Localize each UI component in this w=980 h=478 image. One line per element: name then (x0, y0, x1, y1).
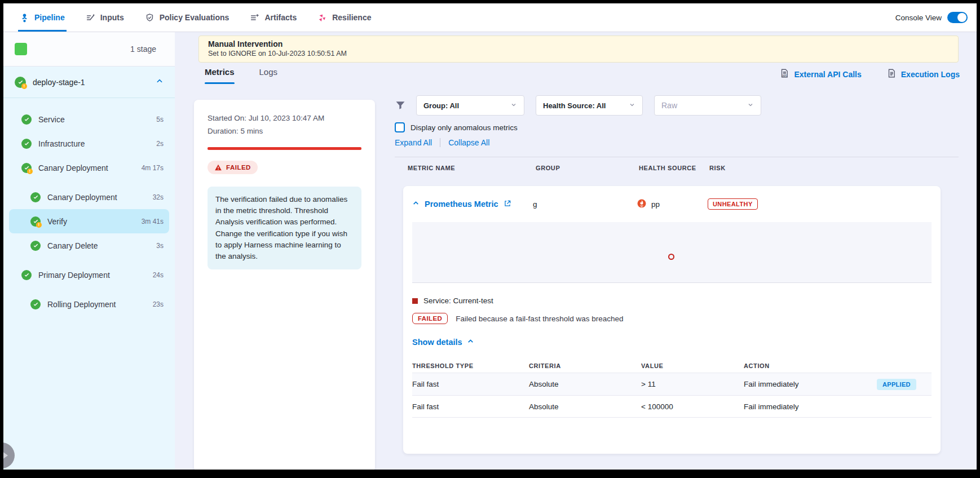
metric-name-cell[interactable]: Prometheus Metric (412, 200, 533, 209)
header-criteria: CRITERIA (529, 362, 641, 369)
tab-logs[interactable]: Logs (259, 67, 278, 84)
tab-policy-evaluations[interactable]: Policy Evaluations (143, 3, 231, 32)
step-label: Canary Deployment (47, 193, 117, 202)
step-service[interactable]: Service 5s (9, 107, 169, 131)
chart-legend: Service: Current-test (412, 296, 932, 305)
artifacts-icon (250, 13, 259, 23)
document-icon (886, 68, 897, 80)
threshold-action: Fail immediately (744, 402, 877, 411)
metric-health-source-cell: pp (637, 198, 708, 210)
step-primary-deployment[interactable]: Primary Deployment 24s (9, 263, 169, 287)
stage-row-deploy-stage-1[interactable]: deploy-stage-1 (3, 67, 175, 98)
tab-inputs[interactable]: Inputs (84, 3, 126, 32)
step-verify-selected[interactable]: Verify 3m 41s (9, 209, 169, 233)
step-label: Canary Delete (47, 241, 98, 250)
step-duration: 32s (153, 193, 164, 201)
pipeline-icon (20, 13, 29, 23)
tab-resilience[interactable]: Resilience (316, 3, 373, 32)
external-api-calls-label: External API Calls (794, 70, 861, 79)
tab-metrics[interactable]: Metrics (205, 67, 235, 84)
step-duration: 24s (153, 271, 164, 279)
external-api-calls-link[interactable]: API External API Calls (779, 68, 861, 80)
threshold-value: > 11 (641, 380, 744, 388)
metrics-panel: Group: All Health Source: All Raw Displa… (395, 95, 959, 454)
started-on: Started On: Jul 10, 2023 10:47 AM (208, 112, 361, 125)
console-view-toggle[interactable] (947, 12, 968, 23)
fail-reason-message: Failed because a fail-fast threshold was… (456, 315, 623, 323)
sidebar-header: 1 stage (3, 32, 175, 67)
verification-message: The verification failed due to anomalies… (208, 187, 361, 270)
expand-all-link[interactable]: Expand All (395, 138, 432, 147)
step-label: Rolling Deployment (47, 300, 116, 309)
step-duration: 4m 17s (142, 164, 164, 172)
step-canary-delete[interactable]: Canary Delete 3s (9, 233, 169, 258)
step-duration: 5s (156, 116, 164, 123)
step-rolling-deployment[interactable]: Rolling Deployment 23s (9, 292, 169, 316)
divider (440, 138, 440, 147)
step-infrastructure[interactable]: Infrastructure 2s (9, 131, 169, 156)
show-details-label: Show details (412, 338, 462, 347)
warning-check-icon (21, 163, 32, 173)
expand-collapse-row: Expand All Collapse All (395, 138, 959, 147)
health-source-filter-dropdown[interactable]: Health Source: All (536, 95, 643, 116)
tab-artifacts[interactable]: Artifacts (248, 3, 298, 32)
success-check-icon (30, 241, 41, 251)
legend-swatch (412, 298, 418, 304)
threshold-table: THRESHOLD TYPE CRITERIA VALUE ACTION Fai… (412, 359, 932, 418)
raw-filter-dropdown[interactable]: Raw (654, 95, 761, 116)
svg-text:API: API (783, 74, 787, 77)
view-tabs: Metrics Logs (205, 67, 277, 84)
tab-pipeline-label: Pipeline (34, 13, 65, 22)
show-details-toggle[interactable]: Show details (412, 338, 932, 347)
group-filter-value: Group: All (423, 101, 459, 110)
health-source-filter-value: Health Source: All (543, 101, 606, 110)
prometheus-icon (637, 198, 647, 210)
header-value: VALUE (641, 362, 744, 369)
anomalous-data-point[interactable] (668, 254, 674, 260)
failed-outline-badge: FAILED (412, 313, 448, 324)
step-canary-deployment[interactable]: Canary Deployment 32s (9, 185, 169, 209)
console-view-label: Console View (895, 14, 942, 22)
failed-progress-bar (208, 147, 361, 150)
main-content: Manual Intervention Set to IGNORE on 10-… (175, 32, 977, 470)
chevron-up-icon[interactable] (412, 200, 420, 209)
divider (395, 157, 959, 157)
step-duration: 23s (153, 300, 164, 308)
step-duration: 3m 41s (142, 218, 164, 225)
step-canary-deployment-group[interactable]: Canary Deployment 4m 17s (9, 156, 169, 180)
header-action: ACTION (744, 362, 877, 369)
step-label: Service (38, 115, 65, 124)
step-duration: 3s (156, 242, 164, 250)
header-health-source: HEALTH SOURCE (639, 165, 709, 171)
tab-artifacts-label: Artifacts (264, 13, 297, 22)
threshold-table-header: THRESHOLD TYPE CRITERIA VALUE ACTION (412, 359, 932, 373)
tab-policy-evaluations-label: Policy Evaluations (160, 13, 229, 22)
resilience-icon (317, 13, 327, 23)
chevron-up-icon[interactable] (156, 77, 164, 87)
group-filter-dropdown[interactable]: Group: All (416, 95, 524, 116)
anomalous-metrics-label: Display only anomalous metrics (410, 123, 518, 132)
threshold-action: Fail immediately (744, 380, 877, 388)
tab-pipeline[interactable]: Pipeline (18, 3, 67, 32)
anomalous-metrics-checkbox[interactable] (395, 122, 405, 132)
warning-check-icon (30, 216, 41, 227)
execution-logs-link[interactable]: Execution Logs (886, 68, 960, 80)
threshold-criteria: Absolute (529, 380, 641, 388)
header-metric-name: METRIC NAME (408, 165, 536, 171)
toggle-knob (957, 13, 966, 22)
stage-status-square-icon[interactable] (15, 43, 27, 55)
metric-group-cell: g (533, 200, 637, 209)
success-check-icon (30, 299, 41, 309)
filter-row: Group: All Health Source: All Raw (395, 95, 959, 116)
fail-reason-row: FAILED Failed because a fail-fast thresh… (412, 313, 932, 324)
success-check-icon (21, 270, 32, 280)
top-navigation: Pipeline Inputs Policy Evaluations Artif… (3, 3, 977, 32)
threshold-row: Fail fast Absolute > 11 Fail immediately… (412, 373, 932, 395)
success-check-icon (21, 139, 32, 149)
collapse-all-link[interactable]: Collapse All (448, 138, 489, 147)
success-check-icon (30, 192, 41, 202)
step-label: Primary Deployment (38, 271, 110, 280)
inputs-icon (86, 13, 95, 23)
external-link-icon[interactable] (504, 200, 511, 209)
metric-name-link[interactable]: Prometheus Metric (425, 200, 498, 209)
